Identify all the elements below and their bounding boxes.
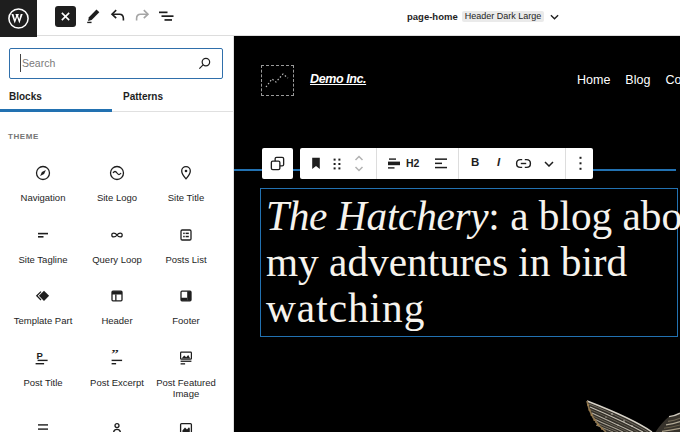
svg-text:P: P [37,350,44,361]
